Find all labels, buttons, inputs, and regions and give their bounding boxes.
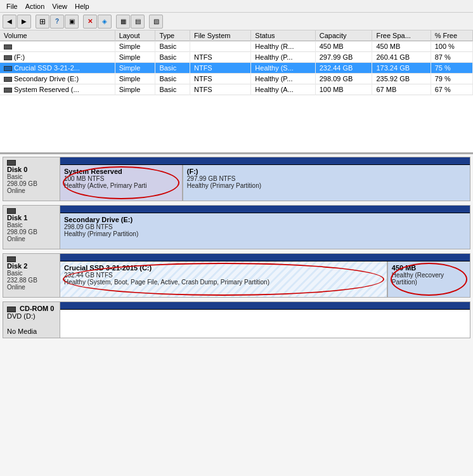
col-freespace: Free Spa... [372,30,431,41]
table-row[interactable]: Crucial SSD 3-21-2... Simple Basic NTFS … [0,63,473,74]
col-pctfree: % Free [431,30,472,41]
table-row[interactable]: Secondary Drive (E:) Simple Basic NTFS H… [0,74,473,84]
cdrom-content [60,302,470,338]
cell-freespace: 450 MB [372,41,431,52]
disk-type: Basic [7,221,56,228]
disk-header-bar [60,254,470,261]
partition-size: 100 MB NTFS [64,175,178,182]
disk-header-bar [60,157,470,165]
cell-pctfree: 67 % [431,84,472,95]
cell-layout: Simple [115,41,155,52]
cell-layout: Simple [115,74,155,84]
cell-fs: NTFS [190,84,250,95]
help-button[interactable]: ? [50,15,64,29]
disk-parts-row: Crucial SSD 3-21-2015 (C:) 232.44 GB NTF… [60,261,470,297]
menu-bar: File Action View Help [0,0,473,13]
disk-parts-row: Secondary Drive (E:) 298.09 GB NTFS Heal… [60,213,470,249]
col-filesystem: File System [190,30,250,41]
export-button[interactable]: ▦ [116,15,130,29]
toolbar: ◀ ▶ ⊞ ? ▣ ✕ ◈ ▦ ▤ ▧ [0,13,473,30]
cdrom-label: CD-ROM 0 DVD (D:) No Media [3,302,60,338]
cell-type: Basic [155,41,190,52]
cell-layout: Simple [115,52,155,63]
disk-status: Online [7,235,56,242]
cdrom-status: No Media [7,327,37,335]
partition-disk2-1[interactable]: 450 MB Healthy (Recovery Partition) [388,261,470,297]
disk-map-area: Disk 0 Basic 298.09 GB Online System Res… [0,154,473,476]
cell-capacity: 450 MB [315,41,372,52]
volume-table: Volume Layout Type File System Status Ca… [0,30,473,95]
table-row[interactable]: Simple Basic Healthy (R... 450 MB 450 MB… [0,41,473,52]
disk-row-disk2: Disk 2 Basic 232.88 GB Online Crucial SS… [3,253,470,298]
cell-freespace: 235.92 GB [372,74,431,84]
cdrom-name: CD-ROM 0 [20,305,54,312]
disk-partitions-disk0: System Reserved 100 MB NTFS Healthy (Act… [60,157,470,201]
extend-button[interactable]: ▧ [149,15,163,29]
cell-freespace: 260.41 GB [372,52,431,63]
disk-header-bar [60,206,470,213]
disk-partitions-disk2: Crucial SSD 3-21-2015 (C:) 232.44 GB NTF… [60,254,470,297]
disk-name: Disk 2 [7,262,56,270]
cell-fs: NTFS [190,52,250,63]
refresh-button[interactable]: ⊞ [36,15,49,29]
disk-label-disk0: Disk 0 Basic 298.09 GB Online [3,157,60,201]
menu-action[interactable]: Action [22,2,49,11]
menu-help[interactable]: Help [71,2,93,11]
cell-pctfree: 100 % [431,41,472,52]
cell-status: Healthy (P... [251,52,315,63]
disk-size: 298.09 GB [7,228,56,235]
disk-row-disk0: Disk 0 Basic 298.09 GB Online System Res… [3,157,470,201]
cell-volume: (F:) [0,52,115,63]
cell-type: Basic [155,52,190,63]
table-header-row: Volume Layout Type File System Status Ca… [0,30,473,41]
cell-status: Healthy (S... [251,63,315,74]
back-button[interactable]: ◀ [3,15,16,29]
partition-status: Healthy (Primary Partition) [187,182,466,189]
partition-name: (F:) [187,168,466,175]
cell-volume: Crucial SSD 3-21-2... [0,63,115,74]
forward-button[interactable]: ▶ [17,15,31,29]
delete-button[interactable]: ✕ [83,15,97,29]
cell-freespace: 173.24 GB [372,63,431,74]
table-row[interactable]: (F:) Simple Basic NTFS Healthy (P... 297… [0,52,473,63]
col-volume: Volume [0,30,115,41]
table-row[interactable]: System Reserved (... Simple Basic NTFS H… [0,84,473,95]
cdrom-body [60,310,470,338]
cell-pctfree: 87 % [431,52,472,63]
partition-status: Healthy (System, Boot, Page File, Active… [64,279,383,286]
volume-table-area: Volume Layout Type File System Status Ca… [0,30,473,154]
disk-parts-row: System Reserved 100 MB NTFS Healthy (Act… [60,165,470,201]
disk-size: 232.88 GB [7,277,56,284]
cell-capacity: 100 MB [315,84,372,95]
properties-button[interactable]: ▣ [65,15,79,29]
col-status: Status [251,30,315,41]
cell-type: Basic [155,63,190,74]
cell-status: Healthy (P... [251,74,315,84]
disk-size: 298.09 GB [7,180,56,187]
menu-view[interactable]: View [48,2,71,11]
partition-disk0-1[interactable]: (F:) 297.99 GB NTFS Healthy (Primary Par… [183,165,470,201]
cell-status: Healthy (A... [251,84,315,95]
col-layout: Layout [115,30,155,41]
disk-label-disk2: Disk 2 Basic 232.88 GB Online [3,254,60,297]
cell-volume: Secondary Drive (E:) [0,74,115,84]
partition-size: 232.44 GB NTFS [64,272,383,279]
partition-name: 450 MB [392,264,466,272]
partition-disk0-0[interactable]: System Reserved 100 MB NTFS Healthy (Act… [60,165,183,201]
disk-name: Disk 1 [7,214,56,221]
partition-disk1-0[interactable]: Secondary Drive (E:) 298.09 GB NTFS Heal… [60,213,470,249]
new-button[interactable]: ◈ [98,15,112,29]
settings-button[interactable]: ▤ [131,15,145,29]
main-container: Volume Layout Type File System Status Ca… [0,30,473,476]
partition-disk2-0[interactable]: Crucial SSD 3-21-2015 (C:) 232.44 GB NTF… [60,261,388,297]
cell-pctfree: 79 % [431,74,472,84]
partition-name: Secondary Drive (E:) [64,216,466,223]
menu-file[interactable]: File [3,2,22,11]
col-capacity: Capacity [315,30,372,41]
cdrom-header-bar [60,302,470,310]
disk-status: Online [7,187,56,194]
partition-status: Healthy (Recovery Partition) [392,272,466,286]
cdrom-row: CD-ROM 0 DVD (D:) No Media [3,301,470,338]
partition-name: Crucial SSD 3-21-2015 (C:) [64,264,383,272]
cell-capacity: 297.99 GB [315,52,372,63]
